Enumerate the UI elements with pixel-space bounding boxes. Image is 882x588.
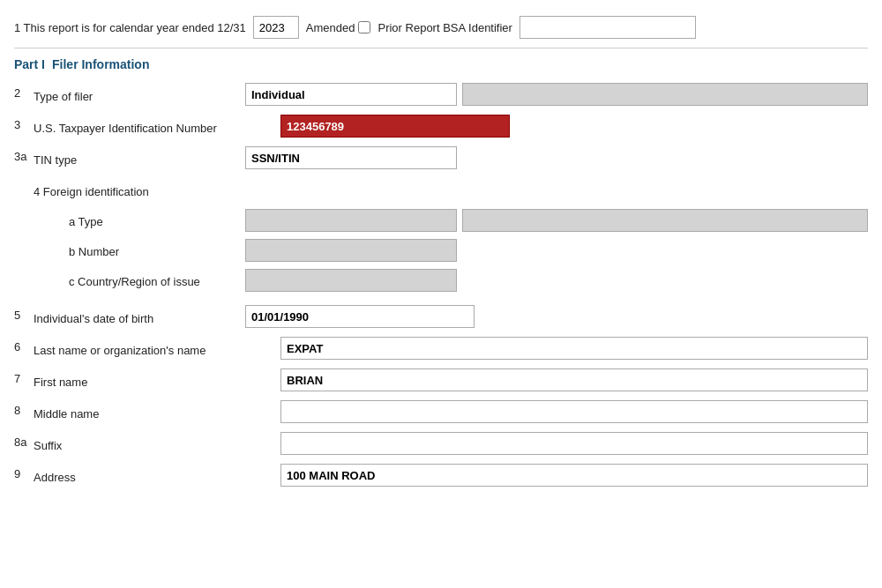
- field3-label: U.S. Taxpayer Identification Number: [34, 118, 280, 135]
- field3a-input[interactable]: [245, 146, 457, 169]
- field8a-row: 8a Suffix: [14, 428, 868, 459]
- field4b-inputs: [245, 239, 868, 262]
- part1-title: Filer Information: [52, 57, 149, 71]
- field4c-input[interactable]: [245, 269, 457, 292]
- amended-checkbox[interactable]: [358, 21, 370, 33]
- field4a-row: a Type: [14, 205, 868, 235]
- field4c-label: c Country/Region of issue: [69, 273, 245, 288]
- field2-input1[interactable]: [245, 83, 457, 106]
- field8-row: 8 Middle name: [14, 396, 868, 428]
- field8-inputs: [280, 400, 868, 423]
- field8-label: Middle name: [34, 404, 280, 421]
- amended-group: Amended: [306, 21, 371, 34]
- field9-input[interactable]: [280, 464, 868, 487]
- field6-row: 6 Last name or organization's name: [14, 332, 868, 364]
- field7-label: First name: [34, 372, 280, 389]
- field2-number: 2: [14, 83, 34, 100]
- field8-number: 8: [14, 400, 34, 417]
- field8a-number: 8a: [14, 432, 34, 449]
- field2-row: 2 Type of filer: [14, 78, 868, 110]
- field3-row: 3 U.S. Taxpayer Identification Number: [14, 110, 868, 142]
- field7-input[interactable]: [280, 368, 868, 391]
- field4-row: 4 Foreign identification: [14, 174, 868, 205]
- field4b-input[interactable]: [245, 239, 457, 262]
- field3a-number: 3a: [14, 146, 34, 163]
- field4a-input2[interactable]: [462, 209, 868, 232]
- field5-input[interactable]: [245, 305, 475, 328]
- field6-inputs: [280, 337, 868, 360]
- field6-label: Last name or organization's name: [34, 340, 280, 357]
- part1-header: Part I Filer Information: [14, 57, 868, 71]
- field2-label: Type of filer: [34, 86, 245, 103]
- field8-input[interactable]: [280, 400, 868, 423]
- field6-input[interactable]: [280, 337, 868, 360]
- field4c-row: c Country/Region of issue: [14, 265, 868, 295]
- field4-label: 4 Foreign identification: [34, 182, 245, 198]
- year-input[interactable]: [253, 16, 299, 39]
- field8a-label: Suffix: [34, 435, 280, 452]
- field3a-label: TIN type: [34, 150, 245, 167]
- field3-number: 3: [14, 115, 34, 131]
- prior-report-input[interactable]: [519, 16, 696, 39]
- field9-inputs: [280, 464, 868, 487]
- field4a-inputs: [245, 209, 868, 232]
- field7-number: 7: [14, 368, 34, 385]
- field2-inputs: [245, 83, 868, 106]
- field5-label: Individual's date of birth: [34, 309, 245, 325]
- field3-input[interactable]: [280, 115, 510, 138]
- prior-report-label: Prior Report BSA Identifier: [377, 21, 512, 34]
- field4c-inputs: [245, 269, 868, 292]
- field4b-label: b Number: [69, 243, 245, 258]
- field4-number: [14, 178, 34, 182]
- field3-inputs: [280, 115, 868, 138]
- field8a-input[interactable]: [280, 432, 868, 455]
- field4a-label: a Type: [69, 213, 245, 228]
- field9-label: Address: [34, 467, 280, 484]
- field5-row: 5 Individual's date of birth: [14, 301, 868, 332]
- part1-label: Part I: [14, 57, 45, 71]
- header-line1-label: 1 This report is for calendar year ended…: [14, 21, 246, 34]
- field5-number: 5: [14, 305, 34, 322]
- field3a-row: 3a TIN type: [14, 142, 868, 174]
- field2-input2[interactable]: [462, 83, 868, 106]
- field3a-inputs: [245, 146, 868, 169]
- field9-row: 9 Address: [14, 459, 868, 491]
- field5-inputs: [245, 305, 868, 328]
- header-row: 1 This report is for calendar year ended…: [14, 9, 868, 48]
- field4b-row: b Number: [14, 235, 868, 265]
- field9-number: 9: [14, 464, 34, 480]
- field6-number: 6: [14, 337, 34, 354]
- field7-row: 7 First name: [14, 364, 868, 396]
- field7-inputs: [280, 368, 868, 391]
- amended-label: Amended: [306, 21, 355, 34]
- field4a-input1[interactable]: [245, 209, 457, 232]
- field8a-inputs: [280, 432, 868, 455]
